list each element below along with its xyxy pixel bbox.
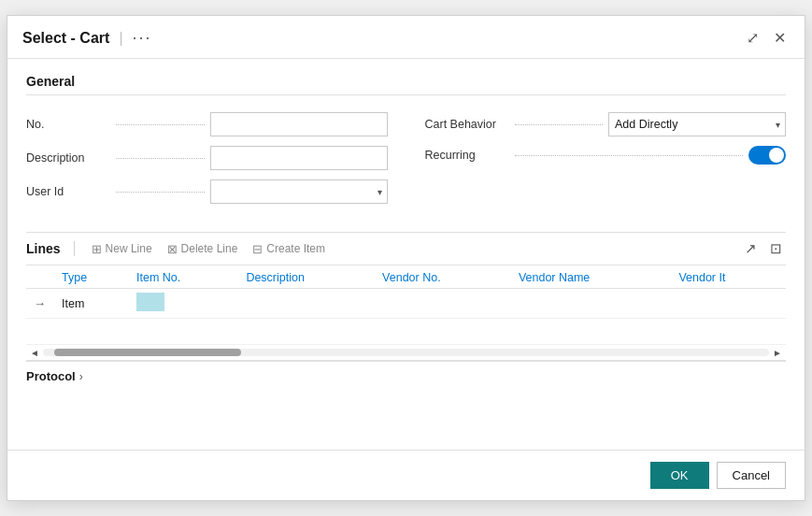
empty-cell — [26, 319, 786, 345]
protocol-row[interactable]: Protocol › — [26, 362, 786, 387]
userid-select-wrapper: ▾ — [210, 179, 388, 204]
empty-row — [26, 319, 786, 345]
row-arrow-icon: → — [34, 296, 46, 310]
toggle-knob — [769, 148, 784, 163]
protocol-chevron-icon: › — [79, 370, 83, 383]
userid-select[interactable] — [210, 179, 388, 204]
general-form: No. Description User Id ▾ — [26, 103, 786, 213]
cell-type[interactable]: Item — [54, 289, 129, 319]
scroll-thumb[interactable] — [54, 349, 241, 356]
cart-behavior-dots — [515, 124, 604, 125]
fullscreen-icon: ⊡ — [770, 240, 782, 256]
description-label: Description — [26, 151, 110, 165]
col-header-vendor-no[interactable]: Vendor No. — [375, 265, 511, 289]
create-item-icon: ⊟ — [252, 242, 263, 256]
title-area: Select - Cart | ··· — [22, 28, 152, 48]
create-item-label: Create Item — [266, 242, 325, 255]
dialog-footer: OK Cancel — [7, 450, 805, 500]
col-header-vendor-it[interactable]: Vendor It — [671, 265, 786, 289]
cart-behavior-label: Cart Behavior — [425, 118, 509, 131]
col-header-item-no[interactable]: Item No. — [129, 265, 238, 289]
scroll-right-button[interactable]: ► — [769, 348, 786, 358]
recurring-toggle[interactable] — [748, 146, 786, 165]
scroll-track[interactable] — [43, 349, 769, 356]
row-arrow-cell: → — [26, 289, 54, 319]
lines-section-title: Lines — [26, 241, 75, 256]
lines-section: Lines ⊞ New Line ⊠ Delete Line ⊟ Create … — [26, 232, 786, 362]
more-options-button[interactable]: ··· — [133, 28, 152, 48]
cell-item-no[interactable] — [129, 289, 238, 319]
close-button[interactable]: ✕ — [770, 27, 790, 49]
col-header-description[interactable]: Description — [238, 265, 375, 289]
cell-vendor-it[interactable] — [671, 289, 786, 319]
description-dots — [116, 158, 205, 159]
no-input[interactable] — [210, 112, 388, 136]
no-row: No. — [26, 112, 388, 136]
recurring-row: Recurring — [425, 146, 787, 165]
dialog-body: General No. Description User Id — [7, 59, 805, 450]
dialog-header: Select - Cart | ··· ⤢ ✕ — [7, 16, 805, 59]
expand-icon: ⤢ — [747, 30, 759, 46]
header-actions: ⤢ ✕ — [743, 27, 790, 49]
lines-export-button[interactable]: ↗ — [741, 238, 761, 259]
userid-dots — [116, 192, 205, 193]
col-header-vendor-name[interactable]: Vendor Name — [511, 265, 672, 289]
expand-button[interactable]: ⤢ — [743, 27, 762, 49]
new-line-button[interactable]: ⊞ New Line — [84, 240, 160, 258]
recurring-label: Recurring — [425, 149, 509, 162]
close-icon: ✕ — [774, 30, 786, 46]
create-item-button[interactable]: ⊟ Create Item — [245, 240, 333, 258]
horizontal-scrollbar[interactable]: ◄ ► — [26, 345, 786, 361]
form-col-right: Cart Behavior Add Directly Ask ▾ Recurri… — [425, 112, 787, 204]
cart-behavior-select[interactable]: Add Directly Ask — [608, 112, 786, 136]
delete-line-button[interactable]: ⊠ Delete Line — [160, 240, 246, 258]
cart-behavior-select-wrapper: Add Directly Ask ▾ — [608, 112, 786, 136]
cancel-button[interactable]: Cancel — [717, 462, 786, 489]
dialog-title: Select - Cart — [22, 30, 109, 47]
description-row: Description — [26, 146, 388, 170]
cell-vendor-name[interactable] — [511, 289, 672, 319]
description-input[interactable] — [210, 146, 388, 170]
protocol-label: Protocol — [26, 369, 76, 383]
cell-vendor-no[interactable] — [375, 289, 511, 319]
lines-header: Lines ⊞ New Line ⊠ Delete Line ⊟ Create … — [26, 233, 786, 265]
userid-row: User Id ▾ — [26, 179, 388, 204]
lines-table: Type Item No. Description Vendor No. Ven… — [26, 265, 786, 345]
recurring-dots — [515, 155, 744, 156]
cart-behavior-row: Cart Behavior Add Directly Ask ▾ — [425, 112, 787, 136]
export-icon: ↗ — [745, 240, 757, 256]
table-row: → Item — [26, 289, 786, 319]
cell-description[interactable] — [238, 289, 375, 319]
lines-fullscreen-button[interactable]: ⊡ — [766, 238, 786, 259]
lines-table-wrapper: Type Item No. Description Vendor No. Ven… — [26, 265, 786, 345]
col-header-spacer — [26, 265, 54, 289]
new-line-label: New Line — [106, 242, 152, 255]
toggle-track[interactable] — [748, 146, 786, 165]
select-cart-dialog: Select - Cart | ··· ⤢ ✕ General No. — [7, 15, 805, 501]
delete-line-label: Delete Line — [181, 242, 238, 255]
userid-label: User Id — [26, 185, 110, 198]
item-no-highlight — [136, 293, 164, 311]
new-line-icon: ⊞ — [92, 242, 102, 256]
col-header-type[interactable]: Type — [54, 265, 129, 289]
table-header-row: Type Item No. Description Vendor No. Ven… — [26, 265, 786, 289]
ok-button[interactable]: OK — [650, 462, 709, 489]
form-col-left: No. Description User Id ▾ — [26, 112, 388, 204]
general-section-title: General — [26, 74, 786, 95]
delete-line-icon: ⊠ — [167, 242, 178, 256]
scroll-left-button[interactable]: ◄ — [26, 348, 43, 358]
no-dots — [116, 124, 205, 125]
title-separator: | — [119, 30, 122, 47]
lines-right-actions: ↗ ⊡ — [741, 238, 786, 259]
no-label: No. — [26, 118, 110, 131]
